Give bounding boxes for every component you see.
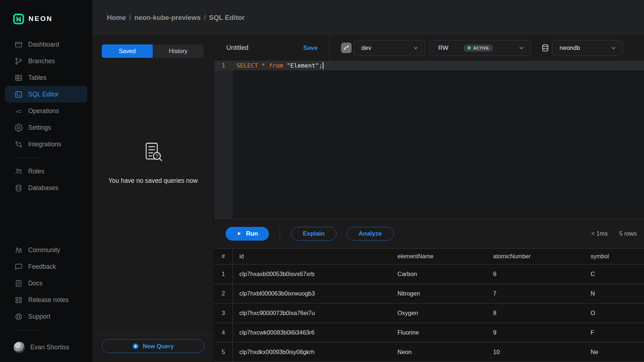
sidebar-item-release-notes[interactable]: Release notes: [0, 292, 92, 308]
query-tabs: Saved History: [102, 44, 204, 58]
editor-gutter: 1: [214, 61, 233, 219]
tab-saved[interactable]: Saved: [102, 44, 153, 58]
header-divider: [328, 35, 329, 61]
line-number: 1: [214, 61, 233, 70]
sidebar-item-label: SQL Editor: [28, 91, 59, 98]
sql-editor-pane: Untitled Save dev RW: [214, 35, 644, 362]
svg-text:?: ?: [156, 153, 158, 159]
sidebar-item-docs[interactable]: Docs: [0, 275, 92, 292]
logo-wordmark: NEON: [29, 15, 53, 23]
result-meta: < 1ms 5 rows: [591, 230, 637, 237]
sidebar-item-integrations[interactable]: Integrations: [0, 136, 92, 152]
cell-elementName: Neon: [391, 342, 487, 362]
table-row: 4 clp7hxcwk00083b0i6i3463r6 Fluorine 9 F: [214, 323, 644, 342]
analyze-button[interactable]: Analyze: [347, 227, 393, 241]
toolbar-divider: [280, 227, 280, 240]
saved-queries-panel: Saved History ?: [92, 35, 214, 362]
table-row: 5 clp7hxdkx00093b0isy08gkrh Neon 10 Ne: [214, 342, 644, 362]
community-icon: [14, 246, 23, 254]
sidebar-item-roles[interactable]: Roles: [0, 163, 92, 180]
sidebar-item-operations[interactable]: Operations: [0, 103, 92, 119]
cell-symbol: O: [584, 303, 644, 323]
sidebar-item-feedback[interactable]: Feedback: [0, 258, 92, 275]
cell-atomicNumber: 6: [487, 264, 584, 284]
row-number-cell: 2: [214, 284, 233, 303]
life-buoy-icon: [14, 313, 23, 321]
column-header-elementName: elementName: [391, 249, 487, 264]
breadcrumb-separator: /: [129, 14, 131, 22]
cell-symbol: F: [584, 323, 644, 342]
editor-code-content[interactable]: SELECT * from "Element";: [233, 61, 644, 219]
table-row: 3 clp7hxc9000073b0ixa76ei7u Oxygen 8 O: [214, 303, 644, 323]
sidebar-divider: [16, 330, 39, 330]
new-query-button[interactable]: New Query: [102, 339, 204, 353]
column-header-atomicNumber: atomicNumber: [487, 249, 584, 264]
save-button[interactable]: Save: [303, 44, 318, 52]
sidebar-item-label: Databases: [28, 184, 58, 192]
database-select[interactable]: neondb: [552, 40, 623, 56]
users-icon: [14, 167, 23, 176]
speech-bubble-icon: [14, 263, 23, 271]
sidebar-item-sql-editor[interactable]: SQL Editor: [5, 86, 87, 103]
document-icon: [14, 279, 23, 288]
code-line-1[interactable]: SELECT * from "Element";: [233, 61, 644, 70]
branch-icon: [14, 57, 23, 65]
query-duration: < 1ms: [591, 230, 608, 237]
chevron-down-icon: [610, 44, 617, 51]
sidebar-item-databases[interactable]: Databases: [0, 180, 92, 196]
sidebar-item-label: Feedback: [28, 263, 56, 271]
sidebar-item-label: Community: [28, 246, 60, 254]
cell-id: clp7hxcwk00083b0i6i3463r6: [233, 323, 391, 342]
cell-elementName: Fluorine: [391, 323, 487, 342]
cell-elementName: Nitrogen: [391, 284, 487, 303]
run-button[interactable]: Run: [226, 227, 269, 241]
run-label: Run: [246, 230, 258, 237]
sidebar-item-settings[interactable]: Settings: [0, 119, 92, 136]
query-title[interactable]: Untitled: [226, 44, 303, 52]
code-editor[interactable]: 1 SELECT * from "Element";: [214, 61, 644, 219]
table-row: 2 clp7hxbl000063b0ixrwuogb3 Nitrogen 7 N: [214, 284, 644, 303]
sidebar-item-label: Operations: [28, 107, 59, 115]
breadcrumb-project[interactable]: neon-kube-previews: [134, 14, 201, 22]
row-number-cell: 5: [214, 342, 233, 362]
column-header-id: id: [233, 249, 391, 264]
play-icon: [236, 231, 242, 236]
endpoint-select-value: RW: [438, 44, 448, 52]
sidebar-item-branches[interactable]: Branches: [0, 53, 92, 69]
database-icon: [14, 184, 23, 192]
sql-literal: "Element";: [283, 62, 322, 69]
user-menu[interactable]: Evan Shortiss: [0, 339, 92, 355]
cell-id: clp7hxc9000073b0ixa76ei7u: [233, 303, 391, 323]
saved-panel-footer: New Query: [92, 334, 214, 362]
cell-symbol: N: [584, 284, 644, 303]
query-toolbar: Run Explain Analyze < 1ms 5 rows: [214, 219, 644, 248]
branch-compute-icon: [341, 43, 352, 53]
breadcrumb-current-page: SQL Editor: [209, 14, 245, 22]
column-header-index: #: [214, 249, 233, 264]
explain-button[interactable]: Explain: [291, 227, 336, 241]
sidebar-item-label: Tables: [28, 74, 47, 82]
neon-logo[interactable]: NEON: [0, 0, 92, 26]
dashboard-icon: [14, 40, 23, 49]
endpoint-select[interactable]: RW ACTIVE: [430, 40, 531, 56]
sidebar-divider: [16, 158, 39, 158]
cell-id: clp7hxaxb00053b0isvs67xrb: [233, 264, 391, 284]
cell-id: clp7hxdkx00093b0isy08gkrh: [233, 342, 391, 362]
sidebar-item-tables[interactable]: Tables: [0, 69, 92, 86]
database-select-value: neondb: [560, 44, 580, 52]
breadcrumb-home[interactable]: Home: [107, 14, 126, 22]
sidebar-item-support[interactable]: Support: [0, 308, 92, 325]
cell-atomicNumber: 9: [487, 323, 584, 342]
empty-state: ? You have no saved queries now: [92, 140, 214, 185]
operations-icon: [14, 107, 23, 115]
tab-history[interactable]: History: [153, 44, 204, 58]
row-number-cell: 4: [214, 323, 233, 342]
sidebar-item-dashboard[interactable]: Dashboard: [0, 36, 92, 53]
sidebar-item-label: Integrations: [28, 141, 61, 148]
row-number-cell: 3: [214, 303, 233, 323]
branch-select[interactable]: dev: [354, 40, 425, 56]
topbar: Home / neon-kube-previews / SQL Editor: [92, 0, 644, 35]
plus-circle-icon: [132, 343, 139, 350]
sidebar-item-community[interactable]: Community: [0, 242, 92, 258]
cell-symbol: Ne: [584, 342, 644, 362]
